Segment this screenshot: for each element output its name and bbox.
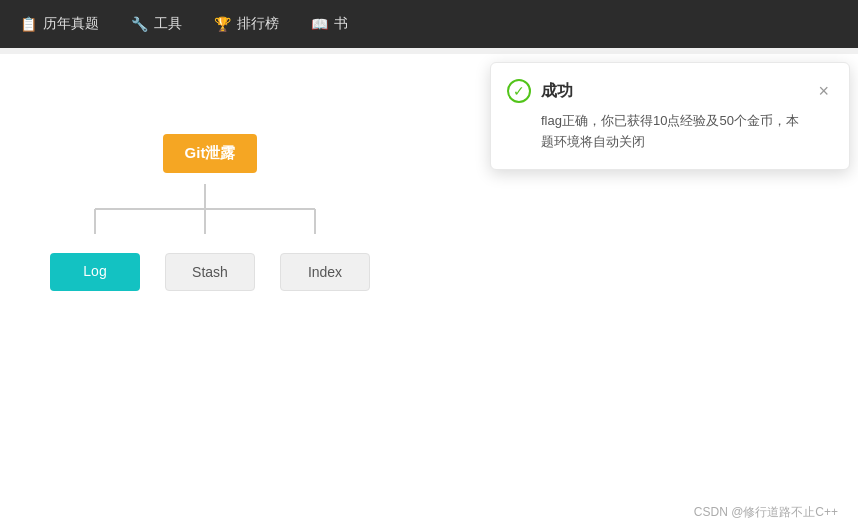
node-root-label: Git泄露 <box>185 144 236 161</box>
toast-title: 成功 <box>541 81 808 102</box>
node-child-index-label: Index <box>308 264 342 280</box>
tree-wrapper: Git泄露 Log <box>50 134 370 291</box>
node-child-stash-label: Stash <box>192 264 228 280</box>
past-exams-icon: 📋 <box>20 16 37 32</box>
tree-diagram: Git泄露 Log <box>50 134 370 291</box>
book-icon: 📖 <box>311 16 328 32</box>
nav-label-past-exams: 历年真题 <box>43 15 99 33</box>
toast-body-line2: 题环境将自动关闭 <box>541 134 645 149</box>
footer-watermark: CSDN @修行道路不止C++ <box>694 504 838 521</box>
toast-header: ✓ 成功 × <box>507 79 829 103</box>
nav-item-tools[interactable]: 🔧 工具 <box>131 15 182 33</box>
tools-icon: 🔧 <box>131 16 148 32</box>
nav-label-leaderboard: 排行榜 <box>237 15 279 33</box>
tree-connector-svg <box>40 184 380 264</box>
watermark-text: CSDN @修行道路不止C++ <box>694 505 838 519</box>
nav-label-tools: 工具 <box>154 15 182 33</box>
toast-notification: ✓ 成功 × flag正确，你已获得10点经验及50个金币，本 题环境将自动关闭 <box>490 62 850 170</box>
toast-body: flag正确，你已获得10点经验及50个金币，本 题环境将自动关闭 <box>507 111 829 153</box>
toast-close-button[interactable]: × <box>818 81 829 102</box>
node-child-log-label: Log <box>83 263 106 279</box>
nav-label-book: 书 <box>334 15 348 33</box>
success-check-icon: ✓ <box>507 79 531 103</box>
nav-item-past-exams[interactable]: 📋 历年真题 <box>20 15 99 33</box>
toast-body-line1: flag正确，你已获得10点经验及50个金币，本 <box>541 113 799 128</box>
leaderboard-icon: 🏆 <box>214 16 231 32</box>
nav-item-book[interactable]: 📖 书 <box>311 15 348 33</box>
tree-root-row: Git泄露 <box>50 134 370 173</box>
navbar: 📋 历年真题 🔧 工具 🏆 排行榜 📖 书 <box>0 0 858 48</box>
nav-item-leaderboard[interactable]: 🏆 排行榜 <box>214 15 279 33</box>
node-root[interactable]: Git泄露 <box>163 134 258 173</box>
main-content: 未学习 学习中 已掌 Git泄露 <box>0 54 858 525</box>
